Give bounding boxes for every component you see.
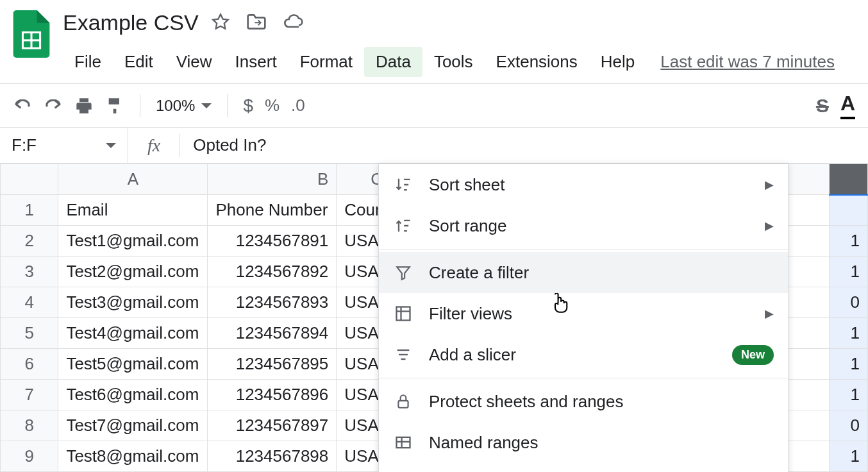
menu-view[interactable]: View xyxy=(165,47,224,77)
cell-selected-column[interactable] xyxy=(829,195,867,226)
menuitem-label: Filter views xyxy=(429,304,749,324)
menuitem-create-filter[interactable]: Create a filter xyxy=(379,252,788,293)
decrease-decimal-button[interactable]: .0 xyxy=(291,96,305,115)
document-title[interactable]: Example CSV xyxy=(63,10,199,35)
pointer-cursor-icon xyxy=(551,293,569,317)
cloud-saved-icon[interactable] xyxy=(283,13,304,33)
column-header-selected[interactable] xyxy=(829,164,867,195)
row-header[interactable]: 4 xyxy=(1,287,58,318)
cell-selected-column[interactable]: 0 xyxy=(829,410,867,441)
spreadsheet-grid[interactable]: A B C 1 Email Phone Number Country 2 Tes… xyxy=(0,164,868,472)
svg-marker-3 xyxy=(213,14,228,28)
named-ranges-icon xyxy=(393,432,413,453)
submenu-arrow-icon: ▶ xyxy=(765,307,774,321)
select-all-corner[interactable] xyxy=(1,164,58,195)
row-header[interactable]: 7 xyxy=(1,380,58,410)
sheets-logo-icon[interactable] xyxy=(13,10,50,58)
strikethrough-button[interactable]: S xyxy=(816,95,829,117)
menu-extensions[interactable]: Extensions xyxy=(485,47,589,77)
menuitem-label: Sort sheet xyxy=(429,175,749,195)
cell[interactable]: Test5@gmail.com xyxy=(58,349,208,380)
cell[interactable]: 1234567891 xyxy=(208,226,337,257)
format-percent-button[interactable]: % xyxy=(265,96,280,115)
zoom-value: 100% xyxy=(156,97,195,115)
cell-selected-column[interactable]: 1 xyxy=(829,257,867,287)
menuitem-named-ranges[interactable]: Named ranges xyxy=(379,422,788,463)
cell-selected-column[interactable]: 1 xyxy=(829,380,867,410)
new-badge: New xyxy=(732,345,774,365)
menu-file[interactable]: File xyxy=(63,47,113,77)
menuitem-label: Protect sheets and ranges xyxy=(429,392,774,412)
cell[interactable]: Test2@gmail.com xyxy=(58,257,208,287)
row-header[interactable]: 3 xyxy=(1,257,58,287)
cell[interactable]: 1234567896 xyxy=(208,380,337,410)
paint-format-icon[interactable] xyxy=(105,96,124,115)
data-menu-dropdown: Sort sheet ▶ Sort range ▶ Create a filte… xyxy=(378,164,789,472)
menuitem-label: Sort range xyxy=(429,216,749,236)
format-currency-button[interactable]: $ xyxy=(243,96,253,116)
cell[interactable]: Test6@gmail.com xyxy=(58,380,208,410)
sort-za-icon xyxy=(393,215,413,236)
menu-edit[interactable]: Edit xyxy=(113,47,165,77)
menuitem-sort-sheet[interactable]: Sort sheet ▶ xyxy=(379,164,788,205)
svg-rect-11 xyxy=(398,401,408,408)
svg-rect-5 xyxy=(397,307,410,321)
cell[interactable]: Test4@gmail.com xyxy=(58,318,208,349)
star-icon[interactable] xyxy=(212,13,230,33)
cell[interactable]: 1234567894 xyxy=(208,318,337,349)
menuitem-filter-views[interactable]: Filter views ▶ xyxy=(379,293,788,334)
menu-tools[interactable]: Tools xyxy=(422,47,485,77)
row-header[interactable]: 5 xyxy=(1,318,58,349)
cell-selected-column[interactable]: 1 xyxy=(829,441,867,472)
row-header[interactable]: 9 xyxy=(1,441,58,472)
cell[interactable]: Test1@gmail.com xyxy=(58,226,208,257)
menuitem-label: Named ranges xyxy=(429,433,774,453)
cell-selected-column[interactable]: 1 xyxy=(829,318,867,349)
menu-format[interactable]: Format xyxy=(288,47,364,77)
row-header[interactable]: 2 xyxy=(1,226,58,257)
formula-input[interactable]: Opted In? xyxy=(193,135,266,155)
cell[interactable]: 1234567893 xyxy=(208,287,337,318)
zoom-select[interactable]: 100% xyxy=(156,97,212,115)
cell[interactable]: Email xyxy=(58,195,208,226)
menuitem-add-slicer[interactable]: Add a slicer New xyxy=(379,334,788,375)
print-icon[interactable] xyxy=(74,96,94,115)
toolbar-separator xyxy=(140,94,140,117)
cell[interactable]: Phone Number xyxy=(208,195,337,226)
cell-selected-column[interactable]: 1 xyxy=(829,226,867,257)
text-color-button[interactable]: A xyxy=(840,92,855,119)
menuitem-label: Create a filter xyxy=(429,263,774,283)
name-box[interactable]: F:F xyxy=(0,128,128,163)
row-header[interactable]: 8 xyxy=(1,410,58,441)
menu-help[interactable]: Help xyxy=(589,47,646,77)
redo-icon[interactable] xyxy=(44,96,63,115)
cell[interactable]: Test8@gmail.com xyxy=(58,441,208,472)
separator xyxy=(179,134,180,157)
caret-down-icon xyxy=(106,143,116,148)
move-folder-icon[interactable] xyxy=(246,13,267,33)
menu-insert[interactable]: Insert xyxy=(224,47,288,77)
menuitem-protect-ranges[interactable]: Protect sheets and ranges xyxy=(379,381,788,422)
name-box-value: F:F xyxy=(12,135,37,155)
menuitem-sort-range[interactable]: Sort range ▶ xyxy=(379,205,788,246)
submenu-arrow-icon: ▶ xyxy=(765,178,774,192)
undo-icon[interactable] xyxy=(13,96,32,115)
cell[interactable]: 1234567895 xyxy=(208,349,337,380)
cell[interactable]: 1234567892 xyxy=(208,257,337,287)
column-header[interactable]: A xyxy=(58,164,208,195)
column-header[interactable]: B xyxy=(208,164,337,195)
cell[interactable]: 1234567897 xyxy=(208,410,337,441)
cell-selected-column[interactable]: 1 xyxy=(829,349,867,380)
cell-selected-column[interactable]: 0 xyxy=(829,287,867,318)
row-header[interactable]: 1 xyxy=(1,195,58,226)
cell[interactable]: 1234567898 xyxy=(208,441,337,472)
cell[interactable]: Test3@gmail.com xyxy=(58,287,208,318)
last-edit-link[interactable]: Last edit was 7 minutes xyxy=(660,52,835,72)
row-header[interactable]: 6 xyxy=(1,349,58,380)
menuitem-randomize-range[interactable]: Randomize range xyxy=(379,463,788,472)
cell[interactable]: Test7@gmail.com xyxy=(58,410,208,441)
toolbar-separator xyxy=(227,94,228,117)
funnel-icon xyxy=(393,262,413,283)
menu-separator xyxy=(379,249,788,249)
menu-data[interactable]: Data xyxy=(364,47,422,77)
